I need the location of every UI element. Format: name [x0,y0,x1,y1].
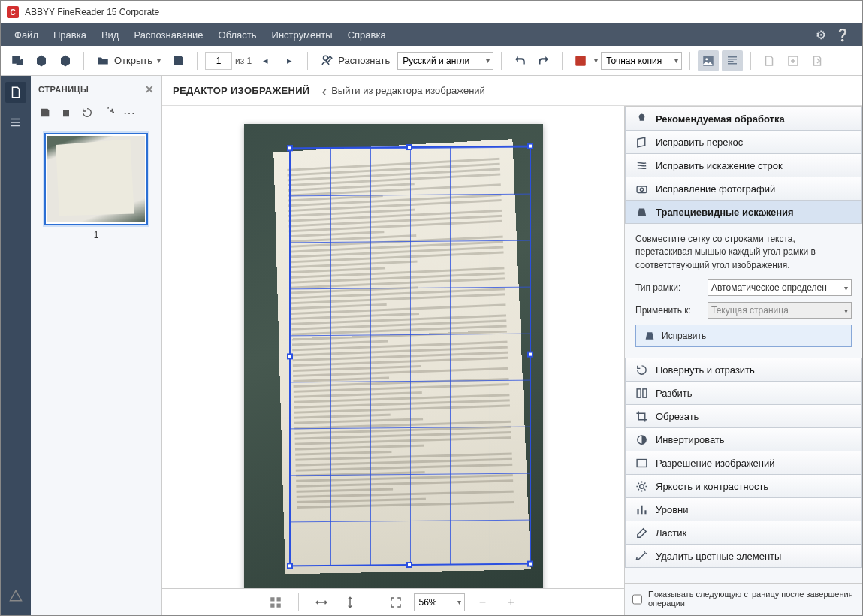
pages-more-icon[interactable]: ⋯ [122,106,136,119]
pages-delete-icon[interactable] [59,106,73,119]
exit-editor-link[interactable]: Выйти из редактора изображений [321,85,484,96]
tool-remove-color-label: Удалить цветные элементы [656,551,781,562]
svg-point-9 [640,188,643,191]
menubar: Файл Правка Вид Распознавание Область Ин… [1,23,862,46]
pages-rotate-right-icon[interactable] [101,106,115,119]
grid-handle-bottom-mid[interactable] [406,562,412,568]
tool-brightness[interactable]: Яркость и контрастность [625,475,862,498]
view-text-button[interactable] [722,50,743,71]
page-number-input[interactable] [205,52,232,70]
main-toolbar: Открыть ▾ из 1 ◂ ▸ Распознать Русский и … [1,46,862,76]
frame-type-select[interactable]: Автоматическое определен [708,279,852,296]
view-thumbnails-icon[interactable] [265,592,286,613]
svg-rect-7 [276,603,280,607]
rotate-icon [635,363,648,376]
tool-rotate[interactable]: Повернуть и отразить [625,358,862,382]
tool-invert[interactable]: Инвертировать [625,428,862,451]
tool-lines[interactable]: Исправить искажение строк [625,154,862,177]
exit-editor-label: Выйти из редактора изображений [331,85,485,96]
redo-button[interactable] [533,50,554,71]
menu-file[interactable]: Файл [7,25,46,45]
tool-photo-label: Исправление фотографий [656,183,775,195]
rail-list-button[interactable] [5,112,26,133]
tools-panel: Рекомендуемая обработка Исправить переко… [625,106,862,615]
left-rail [1,76,31,615]
svg-rect-1 [575,56,586,66]
tool-crop[interactable]: Обрезать [625,405,862,428]
image-canvas[interactable] [162,106,625,588]
menu-edit[interactable]: Правка [46,25,94,45]
zoom-out-button[interactable]: − [472,592,493,613]
tool-levels[interactable]: Уровни [625,498,862,521]
menu-view[interactable]: Вид [94,25,127,45]
add-page-dropdown[interactable] [55,50,76,71]
zoom-dropdown[interactable]: 56% [414,593,465,611]
frame-type-label: Тип рамки: [635,282,702,293]
trapezoid-grid[interactable] [289,146,531,567]
camera-icon [635,182,648,195]
tool-recommended[interactable]: Рекомендуемая обработка [625,107,862,131]
tool-deskew[interactable]: Исправить перекос [625,131,862,154]
titlebar: C ABBYY FineReader 15 Corporate [1,1,862,23]
open-label: Открыть [114,55,152,66]
page-thumbnail-1[interactable] [44,133,148,225]
grid-handle-top-left[interactable] [287,145,293,151]
view-image-button[interactable] [698,50,719,71]
grid-handle-mid-right[interactable] [527,352,533,358]
rail-warning-icon[interactable] [5,585,26,606]
pdf-icon[interactable] [570,50,591,71]
menu-recognize[interactable]: Распознавание [126,25,210,45]
fit-screen-icon[interactable] [385,592,406,613]
editor-title: РЕДАКТОР ИЗОБРАЖЕНИЙ [173,85,309,96]
fix-button[interactable]: Исправить [635,325,852,347]
language-dropdown[interactable]: Русский и англи [397,52,493,70]
help-icon[interactable]: ❔ [835,28,850,42]
tool-photo[interactable]: Исправление фотографий [625,177,862,201]
tool-remove-color[interactable]: Удалить цветные элементы [625,545,862,568]
tool-split[interactable]: Разбить [625,382,862,405]
prev-page-button[interactable]: ◂ [255,50,276,71]
tool-recommended-label: Рекомендуемая обработка [656,113,785,125]
rail-pages-button[interactable] [5,82,26,103]
pdf-dropdown[interactable]: ▾ [594,56,598,65]
menu-tools[interactable]: Инструменты [264,25,340,45]
tool-eraser[interactable]: Ластик [625,521,862,545]
menu-area[interactable]: Область [211,25,264,45]
trapezoid-settings: Совместите сетку со строками текста, пер… [625,224,862,358]
menu-help[interactable]: Справка [340,25,394,45]
wand-icon [635,549,648,563]
tool-trapezoid[interactable]: Трапециевидные искажения [625,201,862,224]
language-value: Русский и англи [403,56,469,66]
settings-icon[interactable]: ⚙ [816,28,826,42]
grid-handle-top-mid[interactable] [406,144,412,150]
mode-dropdown[interactable]: Точная копия [601,52,682,70]
fit-width-icon[interactable] [311,592,332,613]
new-task-button[interactable] [7,50,28,71]
svg-rect-5 [276,597,280,601]
tool-lines-label: Исправить искажение строк [656,160,783,171]
pages-panel-close[interactable]: ✕ [145,83,155,95]
crop-icon [635,409,648,423]
zoom-in-button[interactable]: + [501,592,522,613]
show-next-page-checkbox[interactable] [632,591,642,608]
add-page-button[interactable] [31,50,52,71]
deskew-icon [635,135,648,149]
tool-resolution[interactable]: Разрешение изображений [625,451,862,475]
grid-handle-top-right[interactable] [527,143,533,149]
grid-handle-mid-left[interactable] [287,353,293,359]
fit-height-icon[interactable] [339,592,361,613]
next-page-button[interactable]: ▸ [279,50,300,71]
tool-invert-label: Инвертировать [656,434,725,445]
lines-icon [635,159,648,172]
pages-save-icon[interactable] [38,106,52,119]
undo-button[interactable] [509,50,530,71]
open-button[interactable]: Открыть ▾ [92,50,165,71]
grid-handle-bottom-right[interactable] [527,561,533,567]
svg-rect-6 [270,603,274,607]
pages-rotate-left-icon[interactable] [80,106,94,119]
tool-crop-label: Обрезать [656,411,699,422]
eraser-icon [635,526,648,539]
recognize-button[interactable]: Распознать [315,50,394,71]
grid-handle-bottom-left[interactable] [287,563,293,569]
save-button[interactable] [168,50,189,71]
